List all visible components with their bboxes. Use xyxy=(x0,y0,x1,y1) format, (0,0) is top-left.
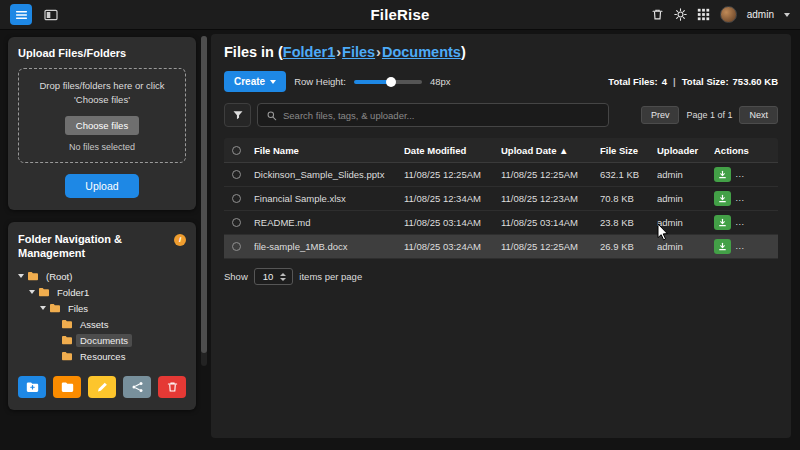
sidebar-scrollbar[interactable] xyxy=(201,36,207,366)
create-folder-button[interactable] xyxy=(18,376,46,398)
rename-button[interactable] xyxy=(756,215,770,230)
prev-button[interactable]: Prev xyxy=(641,106,680,124)
file-size: 632.1 KB xyxy=(600,169,657,180)
file-upload-date: 11/08/25 12:23AM xyxy=(501,193,600,204)
folder-label: Resources xyxy=(76,350,129,363)
file-row[interactable]: Dickinson_Sample_Slides.pptx11/08/25 12:… xyxy=(224,163,778,187)
search-input[interactable] xyxy=(283,110,600,121)
row-checkbox[interactable] xyxy=(232,218,241,227)
file-actions xyxy=(714,239,770,254)
show-label: Show xyxy=(224,271,248,282)
trash-icon xyxy=(651,8,664,21)
choose-files-button[interactable]: Choose files xyxy=(65,116,139,135)
breadcrumb-link-documents[interactable]: Documents xyxy=(382,44,461,60)
tree-item-files[interactable]: Files xyxy=(18,300,186,316)
download-button[interactable] xyxy=(714,191,731,206)
breadcrumb-link-folder1[interactable]: Folder1 xyxy=(283,44,335,60)
sidebar-toggle-button[interactable] xyxy=(10,4,32,25)
file-name: Dickinson_Sample_Slides.pptx xyxy=(254,169,404,180)
totals-summary: Total Files: 4 | Total Size: 753.60 KB xyxy=(608,76,778,87)
username[interactable]: admin xyxy=(747,9,774,20)
rename-button[interactable] xyxy=(756,239,770,254)
rename-folder-button[interactable] xyxy=(88,376,116,398)
chevron-down-icon[interactable] xyxy=(784,13,790,17)
select-all-checkbox[interactable] xyxy=(232,146,241,155)
search-icon xyxy=(266,110,277,121)
file-date-modified: 11/08/25 03:24AM xyxy=(404,241,501,252)
file-name: README.md xyxy=(254,217,404,228)
app-title: FileRise xyxy=(370,6,429,23)
create-button[interactable]: Create xyxy=(224,71,286,92)
file-name: Financial Sample.xlsx xyxy=(254,193,404,204)
breadcrumb-link-files[interactable]: Files xyxy=(342,44,375,60)
rename-button[interactable] xyxy=(756,167,770,182)
folder-icon xyxy=(61,319,73,329)
row-checkbox[interactable] xyxy=(232,242,241,251)
tree-item-documents[interactable]: Documents xyxy=(18,332,186,348)
next-button[interactable]: Next xyxy=(739,106,778,124)
funnel-icon xyxy=(232,109,244,121)
scrollbar-thumb[interactable] xyxy=(201,36,207,353)
col-date-modified[interactable]: Date Modified xyxy=(404,145,501,156)
per-page-select[interactable]: 10 xyxy=(254,268,294,285)
download-button[interactable] xyxy=(714,239,731,254)
col-file-size[interactable]: File Size xyxy=(600,145,657,156)
upload-button[interactable]: Upload xyxy=(65,174,138,198)
heading-suffix: ) xyxy=(461,44,466,60)
upload-card: Upload Files/Folders Drop files/folders … xyxy=(8,37,196,210)
main-panel: Files in (Folder1›Files›Documents) Creat… xyxy=(211,34,791,438)
apps-grid-button[interactable] xyxy=(697,8,710,21)
total-size-value: 753.60 KB xyxy=(733,76,778,87)
col-uploader[interactable]: Uploader xyxy=(657,145,714,156)
file-row[interactable]: file-sample_1MB.docx11/08/25 03:24AM11/0… xyxy=(224,235,778,259)
folder-card-title: Folder Navigation & Management xyxy=(18,232,168,261)
row-height-label: Row Height: xyxy=(294,76,346,87)
theme-toggle-button[interactable] xyxy=(674,8,687,21)
row-height-slider[interactable] xyxy=(354,80,422,84)
folder-actions xyxy=(18,376,186,398)
files-heading: Files in (Folder1›Files›Documents) xyxy=(224,44,778,60)
download-button[interactable] xyxy=(714,167,731,182)
caret-down-icon[interactable] xyxy=(40,306,46,310)
chevron-down-icon xyxy=(270,80,276,84)
file-date-modified: 11/08/25 12:25AM xyxy=(404,169,501,180)
file-size: 26.9 KB xyxy=(600,241,657,252)
row-checkbox[interactable] xyxy=(232,194,241,203)
trash-button[interactable] xyxy=(651,8,664,21)
share-folder-button[interactable] xyxy=(123,376,151,398)
file-row[interactable]: Financial Sample.xlsx11/08/25 12:34AM11/… xyxy=(224,187,778,211)
move-folder-button[interactable] xyxy=(53,376,81,398)
files-table: File Name Date Modified Upload Date ▲ Fi… xyxy=(224,138,778,259)
user-avatar[interactable] xyxy=(720,6,737,23)
delete-folder-button[interactable] xyxy=(158,376,186,398)
breadcrumb-separator: › xyxy=(376,44,381,60)
file-row[interactable]: README.md11/08/25 03:14AM11/08/25 03:14A… xyxy=(224,211,778,235)
view-toggle-button[interactable] xyxy=(40,4,62,25)
tree-item-folder1[interactable]: Folder1 xyxy=(18,284,186,300)
pencil-icon xyxy=(760,218,769,227)
filter-button[interactable] xyxy=(224,103,251,127)
row-checkbox[interactable] xyxy=(232,170,241,179)
col-file-name[interactable]: File Name xyxy=(254,145,404,156)
dropzone-text: Drop files/folders here or click 'Choose… xyxy=(27,79,177,107)
download-button[interactable] xyxy=(714,215,731,230)
upload-dropzone[interactable]: Drop files/folders here or click 'Choose… xyxy=(18,68,186,163)
folder-plus-icon xyxy=(26,381,39,393)
search-row: Prev Page 1 of 1 Next xyxy=(224,103,778,127)
slider-thumb[interactable] xyxy=(386,77,396,87)
tree-item-assets[interactable]: Assets xyxy=(18,316,186,332)
tree-item-root[interactable]: (Root) xyxy=(18,268,186,284)
topbar-actions: admin xyxy=(651,6,790,23)
heading-prefix: Files in ( xyxy=(224,44,283,60)
tree-item-resources[interactable]: Resources xyxy=(18,348,186,364)
col-upload-date[interactable]: Upload Date ▲ xyxy=(501,145,600,156)
info-icon[interactable]: i xyxy=(174,234,186,246)
folder-tree: (Root)Folder1FilesAssetsDocumentsResourc… xyxy=(18,268,186,364)
download-icon xyxy=(718,170,727,179)
caret-down-icon[interactable] xyxy=(18,274,24,278)
row-height-value: 48px xyxy=(430,76,451,87)
folder-card-header: Folder Navigation & Management i xyxy=(18,232,186,261)
caret-down-icon[interactable] xyxy=(29,290,35,294)
rename-button[interactable] xyxy=(756,191,770,206)
upload-card-title: Upload Files/Folders xyxy=(18,47,186,59)
